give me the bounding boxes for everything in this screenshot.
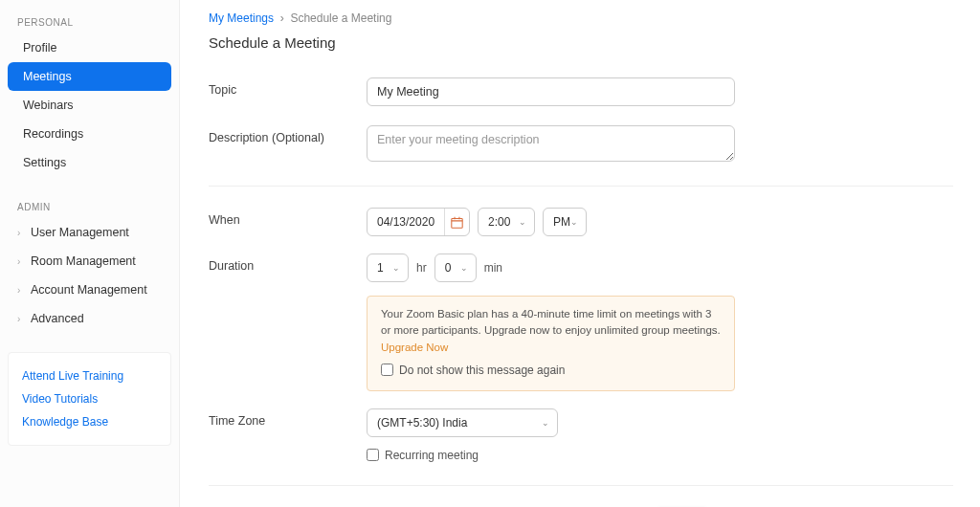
timezone-select[interactable]: (GMT+5:30) India ⌄	[367, 408, 558, 437]
ampm-value: PM	[553, 215, 570, 229]
min-unit: min	[484, 261, 502, 275]
chevron-right-icon: ›	[17, 285, 25, 296]
sidebar-item-recordings[interactable]: Recordings	[8, 120, 171, 148]
sidebar-item-webinars[interactable]: Webinars	[8, 91, 171, 120]
chevron-down-icon: ⌄	[460, 263, 468, 273]
sidebar-item-user-management[interactable]: ›User Management	[8, 218, 171, 247]
svg-rect-0	[452, 218, 462, 228]
chevron-right-icon: ›	[17, 256, 25, 267]
sidebar-item-account-management[interactable]: ›Account Management	[8, 276, 171, 304]
chevron-right-icon: ›	[17, 314, 25, 324]
sidebar: PERSONAL Profile Meetings Webinars Recor…	[0, 0, 180, 507]
time-select[interactable]: 2:00 ⌄	[478, 208, 535, 236]
upgrade-notice: Your Zoom Basic plan has a 40-minute tim…	[367, 296, 735, 391]
topic-input[interactable]	[367, 77, 735, 106]
divider	[209, 186, 953, 187]
ampm-select[interactable]: PM ⌄	[543, 208, 587, 236]
topic-label: Topic	[209, 77, 367, 97]
time-value: 2:00	[488, 215, 510, 229]
help-link-training[interactable]: Attend Live Training	[22, 364, 157, 387]
description-input[interactable]	[367, 125, 735, 162]
chevron-down-icon: ⌄	[392, 263, 400, 273]
duration-hr-select[interactable]: 1 ⌄	[367, 254, 409, 282]
when-label: When	[209, 208, 367, 227]
sidebar-item-profile[interactable]: Profile	[8, 33, 171, 62]
recurring-checkbox[interactable]	[367, 449, 379, 461]
dont-show-label: Do not show this message again	[399, 362, 565, 379]
timezone-value: (GMT+5:30) India	[377, 416, 467, 430]
recurring-row[interactable]: Recurring meeting	[367, 449, 479, 462]
chevron-down-icon: ⌄	[570, 217, 578, 227]
help-link-tutorials[interactable]: Video Tutorials	[22, 387, 157, 410]
divider	[209, 485, 953, 486]
breadcrumb-parent[interactable]: My Meetings	[209, 11, 274, 25]
sidebar-item-meetings[interactable]: Meetings	[8, 62, 171, 91]
sidebar-item-room-management[interactable]: ›Room Management	[8, 247, 171, 276]
sidebar-admin-header: ADMIN	[8, 196, 171, 218]
dont-show-row[interactable]: Do not show this message again	[381, 362, 565, 379]
description-label: Description (Optional)	[209, 125, 367, 144]
recurring-label: Recurring meeting	[385, 449, 479, 462]
duration-min-select[interactable]: 0 ⌄	[434, 254, 477, 282]
duration-label: Duration	[209, 254, 367, 273]
date-value: 04/13/2020	[368, 209, 444, 235]
hr-unit: hr	[416, 261, 427, 275]
help-card: Attend Live Training Video Tutorials Kno…	[8, 352, 171, 446]
sidebar-personal-header: PERSONAL	[8, 11, 171, 33]
calendar-icon	[444, 209, 469, 235]
chevron-right-icon: ›	[17, 228, 25, 238]
notice-text: Your Zoom Basic plan has a 40-minute tim…	[381, 308, 721, 336]
date-picker[interactable]: 04/13/2020	[367, 208, 470, 236]
main-content: My Meetings › Schedule a Meeting Schedul…	[180, 0, 980, 507]
upgrade-link[interactable]: Upgrade Now	[381, 342, 448, 353]
help-link-kb[interactable]: Knowledge Base	[22, 410, 157, 433]
breadcrumb-sep: ›	[277, 11, 290, 25]
breadcrumb: My Meetings › Schedule a Meeting	[209, 11, 953, 25]
chevron-down-icon: ⌄	[519, 217, 526, 227]
breadcrumb-current: Schedule a Meeting	[290, 11, 391, 25]
page-title: Schedule a Meeting	[209, 34, 953, 51]
dont-show-checkbox[interactable]	[381, 364, 393, 376]
timezone-label: Time Zone	[209, 408, 367, 428]
sidebar-item-advanced[interactable]: ›Advanced	[8, 304, 171, 333]
sidebar-item-settings[interactable]: Settings	[8, 148, 171, 177]
chevron-down-icon: ⌄	[542, 418, 549, 428]
